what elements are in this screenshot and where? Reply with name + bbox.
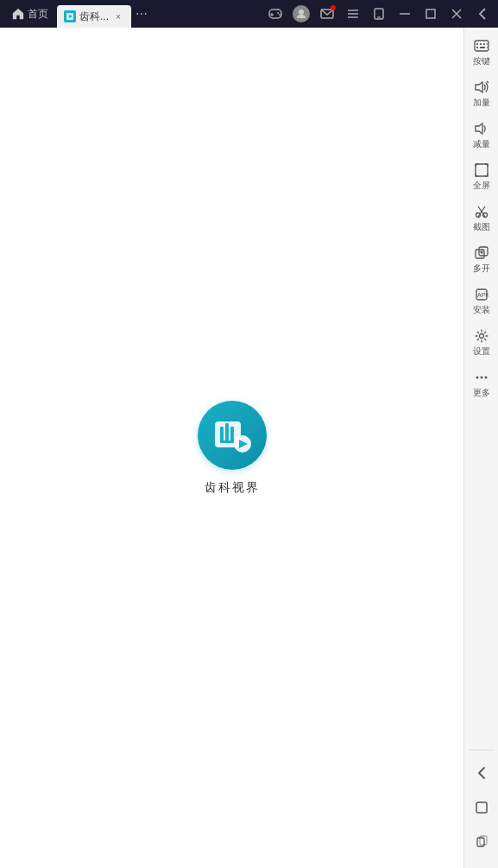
svg-rect-30 [476, 47, 478, 48]
sidebar-item-install[interactable]: APK 安装 [466, 281, 497, 320]
android-home-button[interactable] [466, 792, 497, 823]
hamburger-icon [347, 9, 359, 19]
keyboard-icon [473, 37, 490, 54]
tab-close-button[interactable]: × [112, 10, 124, 22]
hamburger-button[interactable] [341, 2, 365, 26]
sidebar-item-fullscreen[interactable]: 全屏 [466, 156, 497, 196]
app-logo-inner [198, 401, 267, 470]
svg-rect-15 [426, 10, 435, 18]
svg-marker-33 [476, 82, 482, 92]
main-content: 齿科视界 按键 [0, 28, 498, 868]
svg-text:APK: APK [477, 292, 489, 298]
maximize-button[interactable] [419, 2, 443, 26]
svg-rect-44 [479, 247, 488, 256]
sidebar-item-settings[interactable]: 设置 [466, 322, 497, 362]
volume-down-icon [473, 120, 490, 137]
sidebar-item-screenshot[interactable]: 截图 [466, 198, 497, 238]
app-viewport: 齿科视界 [0, 28, 463, 868]
maximize-icon [426, 9, 436, 19]
minimize-icon [400, 13, 410, 15]
sidebar-item-keyboard[interactable]: 按键 [466, 32, 497, 72]
svg-point-50 [476, 377, 478, 379]
more-icon [473, 369, 490, 386]
collapse-sidebar-button[interactable] [470, 2, 495, 26]
app-logo-svg [208, 411, 256, 459]
svg-point-5 [277, 12, 279, 14]
svg-point-7 [299, 10, 304, 15]
svg-rect-43 [476, 250, 484, 258]
app-logo-wrapper: 齿科视界 [198, 401, 267, 496]
sidebar-item-more[interactable]: 更多 [466, 364, 497, 403]
close-icon [451, 9, 462, 19]
sidebar-item-multiopen[interactable]: 多开 [466, 239, 497, 279]
recents-button[interactable] [466, 827, 497, 858]
gamepad-icon [268, 9, 282, 19]
svg-line-42 [482, 206, 485, 212]
svg-rect-25 [475, 41, 489, 51]
svg-marker-35 [476, 124, 482, 134]
tablet-button[interactable] [367, 2, 391, 26]
tablet-icon [373, 8, 385, 20]
svg-rect-27 [480, 43, 482, 45]
volume-up-label: 加量 [473, 98, 490, 108]
mail-notification-dot [331, 5, 336, 10]
tab-menu-button[interactable]: ⋯ [131, 3, 152, 24]
minimize-button[interactable] [393, 2, 417, 26]
tab-title: 齿科... [79, 10, 109, 24]
sidebar-item-volume-up[interactable]: 加量 [466, 73, 497, 113]
android-home-icon [474, 800, 489, 815]
gamepad-button[interactable] [263, 2, 287, 26]
sidebar-divider [469, 750, 495, 751]
svg-point-6 [279, 14, 281, 16]
tab-favicon [64, 10, 76, 22]
app-name-label: 齿科视界 [205, 480, 260, 496]
svg-rect-31 [480, 47, 485, 48]
svg-point-49 [479, 334, 483, 339]
avatar-icon [296, 9, 306, 19]
svg-point-51 [480, 377, 482, 379]
svg-rect-21 [230, 427, 234, 442]
tab-favicon-icon [66, 12, 74, 21]
tab-area: 齿科... × ⋯ [57, 0, 263, 28]
app-logo-circle [198, 401, 267, 470]
back-icon [474, 765, 489, 781]
window-controls [263, 2, 495, 26]
svg-rect-32 [487, 47, 488, 48]
home-tab[interactable]: 首页 [3, 0, 57, 28]
svg-point-52 [484, 377, 487, 379]
titlebar: 首页 齿科... × ⋯ [0, 0, 498, 28]
keyboard-label: 按键 [473, 56, 490, 67]
avatar-button[interactable] [289, 2, 313, 26]
svg-line-41 [478, 206, 482, 212]
screenshot-label: 截图 [473, 222, 490, 232]
home-icon [12, 8, 24, 20]
svg-rect-2 [269, 10, 281, 18]
back-button[interactable] [466, 757, 497, 789]
sidebar-bottom-nav [466, 746, 497, 865]
fullscreen-label: 全屏 [473, 181, 490, 191]
install-label: 安装 [473, 305, 490, 315]
settings-label: 设置 [473, 346, 490, 357]
svg-rect-26 [476, 43, 478, 45]
svg-rect-29 [487, 43, 488, 45]
settings-icon [473, 327, 490, 345]
sidebar-item-volume-down[interactable]: 减量 [466, 115, 497, 155]
fullscreen-icon [473, 162, 490, 179]
home-label: 首页 [28, 7, 48, 22]
volume-down-label: 减量 [473, 139, 490, 149]
scissors-icon [473, 203, 490, 220]
active-tab[interactable]: 齿科... × [57, 5, 131, 28]
mail-button[interactable] [315, 2, 339, 26]
svg-rect-19 [220, 427, 224, 442]
recents-icon [474, 834, 489, 850]
collapse-arrow-icon [478, 8, 487, 20]
svg-rect-36 [476, 164, 488, 176]
svg-rect-28 [483, 43, 485, 45]
close-button[interactable] [444, 2, 469, 26]
right-sidebar: 按键 加量 减量 [463, 28, 498, 868]
svg-rect-20 [225, 423, 229, 442]
multiopen-label: 多开 [473, 263, 490, 274]
more-label: 更多 [473, 388, 490, 398]
svg-rect-53 [476, 802, 487, 813]
install-icon: APK [473, 286, 490, 303]
